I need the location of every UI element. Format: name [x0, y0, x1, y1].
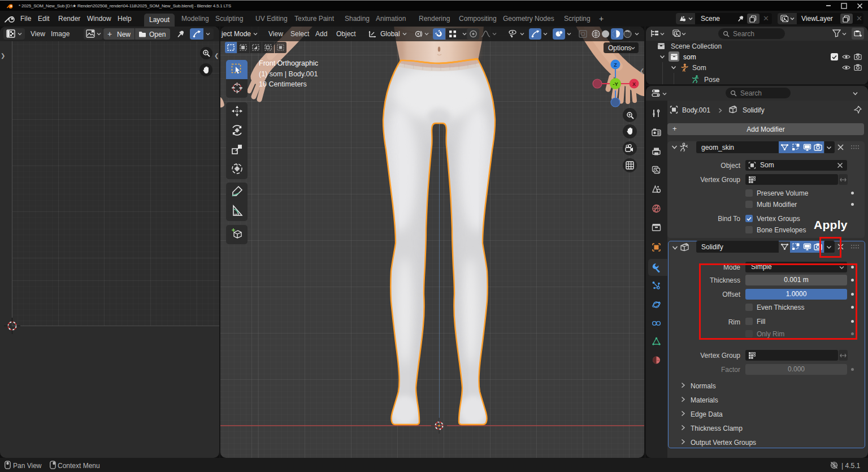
svg-text:-Y: -Y: [613, 81, 618, 87]
svg-text:X: X: [632, 81, 636, 87]
svg-text:Z: Z: [614, 62, 617, 68]
